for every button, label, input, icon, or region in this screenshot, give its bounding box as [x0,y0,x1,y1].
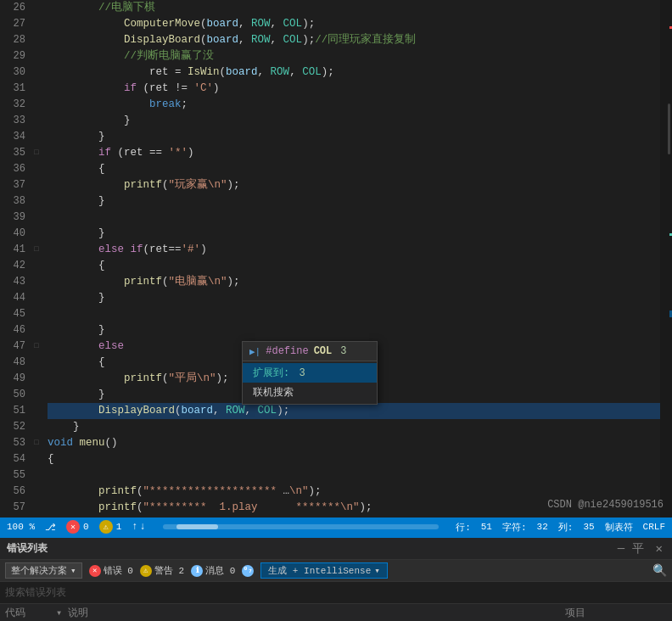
line-ending-label: CRLF [643,522,665,532]
up-arrow-icon[interactable]: ↑ [132,521,137,533]
fold-indicator-45 [31,306,42,322]
status-bar: 100 % ⎇ ✕ 0 ⚠ 1 ↑ ↓ 行: 51 字符: 32 列: 35 制… [0,518,672,536]
code-line-33: } [48,113,660,129]
warn-badge-label: 警告 2 [154,564,184,577]
line-number-32: 32 [0,97,25,113]
fold-indicator-41[interactable]: □ [31,242,42,258]
code-line-34: } [48,129,660,145]
fold-indicator-58 [31,516,42,518]
col-header-desc[interactable]: ▾ 说明 [56,606,565,620]
line-number-57: 57 [0,500,25,516]
generate-chevron-icon: ▾ [374,565,380,576]
error-badge-container[interactable]: ✕ 错误 0 [89,564,133,577]
fold-indicator-29 [31,48,42,64]
panel-close-btn[interactable]: ✕ [653,541,665,556]
panel-search-icon[interactable]: 🔍 [652,563,667,578]
panel-pin-btn[interactable]: ─ 平 [615,541,647,557]
code-line-40: } [48,226,660,242]
error-table-header: 代码 ▾ 说明 项目 [0,604,672,621]
generate-button[interactable]: 生成 + IntelliSense ▾ [260,562,388,579]
row-value: 51 [481,522,492,532]
fold-indicator-48 [31,355,42,371]
code-line-58: printf("********* 0.exit ******\n"); [48,516,660,518]
fold-indicator-53[interactable]: □ [31,435,42,451]
tooltip-expand-value: 3 [299,367,305,379]
col-header-proj[interactable]: 项目 [565,606,667,620]
scope-selector[interactable]: 整个解决方案 ▾ [5,562,82,579]
tooltip-item-search[interactable]: 联机搜索 [243,383,377,402]
warn-icon: ⚠ [99,520,113,534]
fold-indicator-37 [31,177,42,193]
code-line-31: if (ret != 'C') [48,81,660,97]
line-number-38: 38 [0,193,25,210]
git-icon: ⎇ [45,522,56,533]
warn-badge-container[interactable]: ⚠ 警告 2 [140,564,184,577]
fold-indicator-27 [31,16,42,32]
warn-badge-icon: ⚠ [140,565,152,577]
warn-indicator[interactable]: ⚠ 1 [99,520,122,534]
fold-indicator-52 [31,419,42,435]
line-number-44: 44 [0,290,25,306]
info-badge-container[interactable]: ℹ 消息 0 [191,564,235,577]
down-arrow-icon[interactable]: ↓ [139,521,145,533]
code-line-42: { [48,258,660,274]
line-number-27: 27 [0,16,25,32]
tooltip-popup[interactable]: ▶| #define COL 3 扩展到: 3 联机搜索 [242,341,378,405]
code-line-53: void menu() [48,435,660,451]
line-number-26: 26 [0,0,25,16]
line-number-58: 58 [0,516,25,518]
fold-indicator-gutter: □□□□□ [31,0,42,518]
error-count: 0 [83,522,89,532]
line-number-35: 35 [0,145,25,161]
right-scrollbar[interactable] [660,0,672,518]
code-line-39 [48,210,660,226]
fold-indicator-44 [31,290,42,306]
watermark: CSDN @nie2459019516 [547,499,664,511]
line-number-28: 28 [0,32,25,48]
fold-indicator-38 [31,193,42,210]
code-line-37: printf("玩家赢\n"); [48,177,660,193]
code-area[interactable]: //电脑下棋 ComputerMove(board, ROW, COL); Di… [42,0,660,518]
fold-indicator-40 [31,226,42,242]
git-indicator[interactable]: ⎇ [45,522,56,533]
col-desc-label: 说明 [68,607,88,619]
line-number-51: 51 [0,403,25,419]
tooltip-item-expand[interactable]: 扩展到: 3 [243,363,377,383]
zoom-control[interactable]: 100 % [7,522,35,532]
info2-badge-container[interactable]: ⁰₇ [242,565,254,577]
code-line-30: ret = IsWin(board, ROW, COL); [48,64,660,81]
code-line-54: { [48,451,660,467]
code-line-38: } [48,193,660,210]
code-line-51: DisplayBoard(board, ROW, COL); [48,403,660,419]
horizontal-scroll[interactable] [163,524,440,529]
nav-arrows[interactable]: ↑ ↓ [132,521,145,533]
col-header-code[interactable]: 代码 [5,606,56,620]
warn-count: 1 [116,522,122,532]
fold-indicator-51 [31,403,42,419]
line-number-54: 54 [0,451,25,467]
code-line-32: break; [48,97,660,113]
code-line-55 [48,467,660,484]
fold-indicator-33 [31,113,42,129]
code-line-35: if (ret == '*') [48,145,660,161]
line-number-gutter: 2627282930313233343536373839404142434445… [0,0,31,518]
row-label: 行: [456,521,471,534]
editor-area: 2627282930313233343536373839404142434445… [0,0,672,518]
line-number-46: 46 [0,322,25,338]
line-number-43: 43 [0,274,25,290]
line-number-48: 48 [0,355,25,371]
line-number-36: 36 [0,161,25,177]
code-line-26: //电脑下棋 [48,0,660,16]
fold-indicator-46 [31,322,42,338]
fold-indicator-43 [31,274,42,290]
fold-indicator-55 [31,467,42,484]
line-number-56: 56 [0,484,25,500]
fold-indicator-50 [31,387,42,403]
fold-indicator-35[interactable]: □ [31,145,42,161]
fold-indicator-34 [31,129,42,145]
fold-indicator-47[interactable]: □ [31,338,42,355]
error-panel-header: 错误列表 ─ 平 ✕ [0,538,672,560]
error-indicator[interactable]: ✕ 0 [66,520,89,534]
tooltip-expand-label: 扩展到: [253,367,289,379]
tooltip-define-keyword: #define [266,345,308,357]
